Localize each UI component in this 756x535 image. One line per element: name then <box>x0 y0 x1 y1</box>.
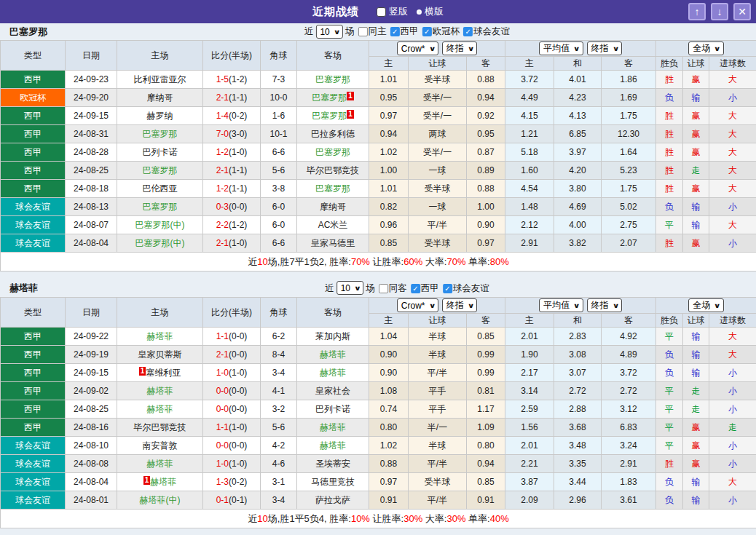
fulltime-score: 0-3 <box>216 202 229 212</box>
result-goals-cell: 大 <box>709 346 756 364</box>
avg-home-cell: 2.91 <box>505 234 554 253</box>
red-card-badge: 1 <box>347 92 354 100</box>
away-team-cell: 毕尔巴鄂竞技 <box>297 162 369 180</box>
filter-checkbox-0[interactable]: 同客 <box>379 282 407 295</box>
result-handicap-cell: 赢 <box>683 437 709 455</box>
match-scope-select[interactable]: 全场∨ <box>688 298 723 312</box>
match-scope-select[interactable]: 全场∨ <box>688 41 723 55</box>
league-cell: 欧冠杯 <box>1 89 66 107</box>
odds-final-select[interactable]: 终指∨ <box>442 298 477 312</box>
result-outcome-cell: 胜 <box>656 143 683 162</box>
odds-final-select[interactable]: 终指∨ <box>442 41 477 55</box>
avg-home-cell: 3.72 <box>505 71 554 89</box>
home-team-cell: 赫塔菲 <box>117 455 203 473</box>
odds-home-cell: 0.91 <box>369 491 409 510</box>
avg-home-cell: 5.18 <box>505 143 554 162</box>
summary-cell: 近10场,胜1平5负4, 胜率:10% 让胜率:30% 大率:30% 单率:40… <box>1 510 756 528</box>
filter-checkbox-2[interactable]: ✓欧冠杯 <box>422 25 460 38</box>
result-handicap-cell: 赢 <box>683 71 709 89</box>
recent-results-panel: 近期战绩 竖版横版 ↑ ↓ ✕ 巴塞罗那近10∨场同主✓西甲✓欧冠杯✓球会友谊类… <box>0 0 756 535</box>
avg-final-select[interactable]: 终指∨ <box>587 298 622 312</box>
odds-away-cell: 1.00 <box>467 198 505 216</box>
avg-away-cell: 12.30 <box>602 125 656 143</box>
avg-away-cell: 4.92 <box>602 328 656 346</box>
fulltime-score: 1-4 <box>216 111 229 121</box>
scroll-up-button[interactable]: ↑ <box>688 3 706 20</box>
odds-company-select[interactable]: Crow*∨ <box>397 298 438 312</box>
result-text: 小 <box>728 202 737 212</box>
corner-cell: 8-4 <box>261 346 297 364</box>
filter-checkbox-1[interactable]: ✓西甲 <box>390 25 419 38</box>
checkbox-unchecked-icon <box>379 284 388 293</box>
match-row: 球会友谊24-08-04巴塞罗那(中)2-1(1-0)6-6皇家马德里0.85受… <box>1 234 756 253</box>
corner-cell: 7-3 <box>261 71 297 89</box>
halftime-score: (0-0) <box>229 386 247 396</box>
match-row: 球会友谊24-08-08赫塔菲1-0(1-0)4-6圣埃蒂安0.88平/半0.9… <box>1 455 756 473</box>
score-cell: 1-2(1-0) <box>203 143 261 162</box>
fulltime-score: 0-0 <box>216 386 229 396</box>
recent-count-select[interactable]: 10∨ <box>336 281 364 295</box>
recent-count-select[interactable]: 10∨ <box>315 25 343 39</box>
red-card-badge: 1 <box>347 110 354 119</box>
odds-away-cell: 0.85 <box>467 328 505 346</box>
fulltime-score: 0-1 <box>216 495 229 505</box>
filter-checkbox-3[interactable]: ✓球会友谊 <box>463 25 510 38</box>
close-icon: ✕ <box>738 6 747 17</box>
scroll-down-button[interactable]: ↓ <box>711 3 728 20</box>
result-text: 大 <box>728 147 737 157</box>
avg-draw-cell: 3.44 <box>554 473 602 491</box>
league-cell: 西甲 <box>1 162 66 180</box>
filter-checkbox-label: 球会友谊 <box>473 25 510 38</box>
avg-type-select-value: 平均值 <box>543 42 570 55</box>
result-outcome-cell: 平 <box>656 216 683 234</box>
result-outcome-cell: 胜 <box>656 234 683 253</box>
avg-final-select[interactable]: 终指∨ <box>587 41 622 55</box>
chevron-down-icon: ∨ <box>428 45 436 52</box>
avg-draw-cell: 2.88 <box>554 400 602 419</box>
summary-segment: 近 <box>248 513 257 524</box>
odds-handicap-cell: 半球 <box>409 328 467 346</box>
page-title: 近期战绩 <box>312 5 359 19</box>
league-cell: 西甲 <box>1 382 66 400</box>
chevron-down-icon: ∨ <box>428 302 436 309</box>
home-team-cell: 赫塔菲 <box>117 328 203 346</box>
avg-type-select[interactable]: 平均值∨ <box>539 298 583 312</box>
down-arrow-icon: ↓ <box>717 6 722 17</box>
col-subheader-5: 客 <box>602 57 656 71</box>
home-team-cell: 赫塔菲 <box>117 382 203 400</box>
away-team-cell: 赫塔菲 <box>297 419 369 437</box>
avg-away-cell: 5.02 <box>602 198 656 216</box>
team-name-text: 赫塔菲(中) <box>140 495 181 505</box>
titlebar: 近期战绩 竖版横版 ↑ ↓ ✕ <box>0 0 756 23</box>
odds-handicap-cell: 平手 <box>409 382 467 400</box>
odds-company-select[interactable]: Crow*∨ <box>397 41 438 55</box>
radio-horizontal-view[interactable]: 横版 <box>417 5 444 18</box>
avg-home-cell: 1.21 <box>505 125 554 143</box>
col-header-score: 比分(半场) <box>203 298 261 328</box>
result-text: 平 <box>665 220 674 230</box>
avg-away-cell: 1.75 <box>602 107 656 125</box>
avg-home-cell: 3.87 <box>505 473 554 491</box>
filter-checkbox-1[interactable]: ✓西甲 <box>411 282 439 295</box>
avg-home-cell: 3.14 <box>505 382 554 400</box>
avg-home-cell: 2.09 <box>505 491 554 510</box>
result-goals-cell: 大 <box>709 328 756 346</box>
odds-final-select-value: 终指 <box>446 42 464 55</box>
odds-away-cell: 0.99 <box>467 346 505 364</box>
team-name-text: 摩纳哥 <box>147 92 173 103</box>
score-cell: 1-3(0-2) <box>203 473 261 491</box>
result-outcome-cell: 胜 <box>656 180 683 198</box>
avg-type-select[interactable]: 平均值∨ <box>539 41 583 55</box>
checkbox-checked-icon: ✓ <box>390 27 400 36</box>
result-text: 大 <box>728 331 737 341</box>
close-button[interactable]: ✕ <box>733 3 751 20</box>
corner-cell: 6-0 <box>261 216 297 234</box>
odds-handicap-cell: 平手 <box>409 400 467 419</box>
radio-vertical-view[interactable]: 竖版 <box>377 5 408 18</box>
score-cell: 2-1(1-0) <box>203 234 261 253</box>
filter-checkbox-2[interactable]: ✓球会友谊 <box>443 282 489 295</box>
avg-home-cell: 2.17 <box>505 364 554 382</box>
filter-checkbox-0[interactable]: 同主 <box>358 25 387 38</box>
league-name: 欧冠杯 <box>20 92 46 103</box>
avg-draw-cell: 4.13 <box>554 107 602 125</box>
